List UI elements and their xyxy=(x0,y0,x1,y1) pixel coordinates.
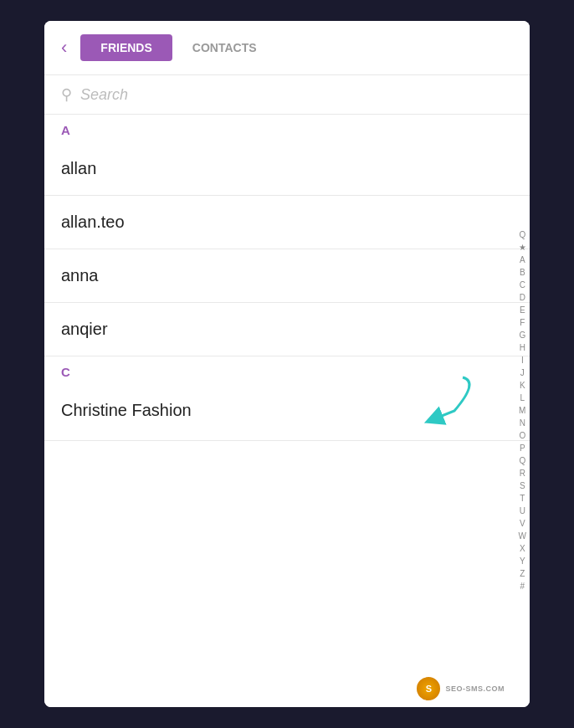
alpha-search[interactable]: Q xyxy=(519,229,525,241)
alpha-q[interactable]: Q xyxy=(519,455,525,467)
phone-frame: ‹ FRIENDS CONTACTS ⚲ Search A allan alla… xyxy=(44,21,530,707)
watermark-badge: S xyxy=(415,675,442,702)
alpha-b[interactable]: B xyxy=(520,267,525,279)
search-placeholder: Search xyxy=(80,86,128,104)
list-item[interactable]: anna xyxy=(44,249,530,303)
header: ‹ FRIENDS CONTACTS xyxy=(44,21,530,75)
alpha-y[interactable]: Y xyxy=(520,556,525,567)
alpha-v[interactable]: V xyxy=(520,518,525,530)
alpha-hash[interactable]: # xyxy=(520,581,525,592)
alpha-a[interactable]: A xyxy=(520,254,525,266)
list-item-christine[interactable]: Christine Fashion xyxy=(44,384,530,441)
alpha-g[interactable]: G xyxy=(519,330,525,341)
back-button[interactable]: ‹ xyxy=(61,38,67,57)
contacts-list: A allan allan.teo anna anqier C Christin… xyxy=(44,115,530,707)
alpha-h[interactable]: H xyxy=(520,342,525,354)
alpha-j[interactable]: J xyxy=(520,367,525,379)
alpha-e[interactable]: E xyxy=(520,305,525,316)
alpha-star[interactable]: ★ xyxy=(519,242,526,254)
search-icon: ⚲ xyxy=(61,85,72,104)
alpha-c[interactable]: C xyxy=(520,279,525,291)
alpha-k[interactable]: K xyxy=(520,380,525,392)
list-item[interactable]: allan xyxy=(44,142,530,196)
list-item[interactable]: allan.teo xyxy=(44,196,530,249)
arrow-indicator xyxy=(346,373,479,432)
alpha-w[interactable]: W xyxy=(519,531,526,542)
alpha-u[interactable]: U xyxy=(520,505,525,517)
alpha-s[interactable]: S xyxy=(520,480,525,492)
watermark: S SEO-SMS.COM xyxy=(415,675,505,702)
alpha-d[interactable]: D xyxy=(520,292,525,304)
alpha-n[interactable]: N xyxy=(520,418,525,429)
alpha-z[interactable]: Z xyxy=(520,568,525,580)
section-header-a: A xyxy=(44,115,530,142)
alpha-p[interactable]: P xyxy=(520,443,525,454)
alpha-o[interactable]: O xyxy=(519,430,525,442)
tab-contacts[interactable]: CONTACTS xyxy=(172,34,277,61)
alpha-t[interactable]: T xyxy=(520,493,525,505)
alpha-x[interactable]: X xyxy=(520,543,525,555)
list-item[interactable]: anqier xyxy=(44,303,530,356)
alpha-i[interactable]: I xyxy=(521,355,524,367)
alpha-l[interactable]: L xyxy=(520,392,525,404)
tab-friends[interactable]: FRIENDS xyxy=(80,34,172,61)
search-bar[interactable]: ⚲ Search xyxy=(44,75,530,115)
alpha-r[interactable]: R xyxy=(520,468,525,479)
alpha-f[interactable]: F xyxy=(520,317,525,329)
tab-group: FRIENDS CONTACTS xyxy=(80,34,276,61)
watermark-text: SEO-SMS.COM xyxy=(445,684,505,693)
alpha-m[interactable]: M xyxy=(519,405,525,417)
alphabet-index[interactable]: Q ★ A B C D E F G H I J K L M N O P Q R … xyxy=(519,115,526,707)
